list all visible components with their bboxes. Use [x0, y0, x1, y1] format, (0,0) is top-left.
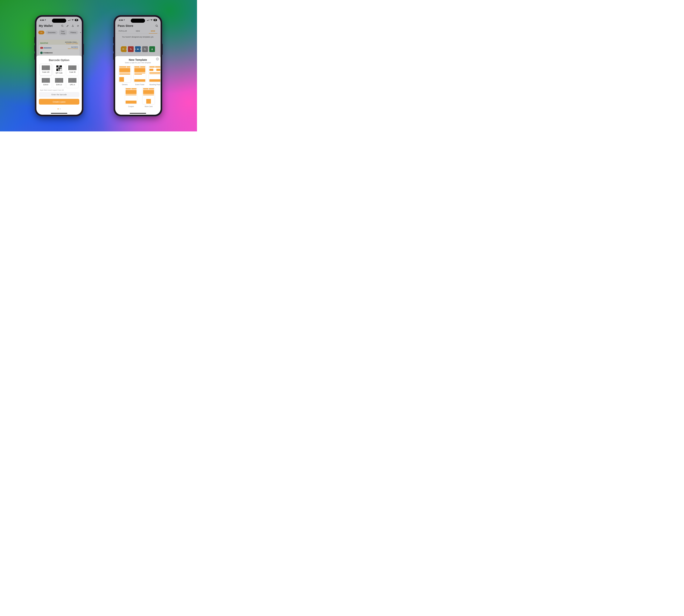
svg-point-0 — [62, 25, 63, 26]
template-label: Store Card — [142, 106, 155, 107]
search-icon[interactable] — [155, 24, 158, 27]
screen: 4:04 99 Pass Store POPULAR NEW MINE You … — [115, 17, 161, 115]
template-label: Generic — [118, 84, 131, 86]
option-ean-8[interactable]: EAN-8 — [40, 76, 52, 88]
template-event-ticket[interactable]: Event Ticket — [134, 66, 146, 86]
card-sub: Scan For Rewards — [68, 48, 78, 49]
footnote: Apple Watch doesn't support Code 128 — [40, 89, 78, 91]
tab-bar: POPULAR NEW MINE — [115, 29, 161, 34]
phone-left: 4:04 99 My Wallet — [35, 15, 84, 116]
template-coupon[interactable]: Coupon — [125, 87, 137, 107]
barcode-icon — [55, 78, 63, 83]
add-filter-icon[interactable]: ＋ — [79, 31, 82, 34]
svg-point-3 — [131, 49, 132, 50]
template-label: Coupon — [125, 106, 137, 107]
svg-point-2 — [130, 48, 131, 49]
search-icon[interactable] — [61, 24, 64, 27]
tab-new[interactable]: NEW — [130, 29, 145, 34]
brand-quickchek: QuickChek — [40, 42, 48, 44]
barcode-icon — [68, 65, 76, 70]
option-upc-a[interactable]: UPC-A — [66, 76, 78, 88]
template-store-card[interactable]: Store Card — [142, 87, 155, 107]
starbucks-logo-icon — [40, 51, 43, 54]
tab-popular[interactable]: POPULAR — [115, 29, 130, 34]
filter-chips: All Groceries Fast Food Fitness ＋ — [37, 29, 82, 35]
option-label: EAN-8 — [43, 84, 48, 86]
close-icon[interactable]: ✕ — [156, 58, 159, 61]
option-code-128[interactable]: Code 128 — [40, 64, 52, 75]
card-name: NATHANIEL PANGA… — [65, 42, 78, 43]
share-icon[interactable] — [71, 24, 74, 27]
template-label: Boarding Pass — [149, 84, 161, 86]
battery-level: 99 — [154, 19, 157, 21]
option-label: EAN-13 — [56, 84, 62, 86]
wifi-icon — [72, 19, 74, 21]
template-generic[interactable]: Generic — [118, 66, 131, 86]
tile-gift[interactable] — [142, 46, 148, 52]
location-arrow-icon — [123, 19, 125, 21]
svg-point-6 — [152, 48, 153, 49]
category-tiles — [115, 46, 161, 52]
dq-logo-icon — [40, 47, 43, 49]
brand-dq: REWARDS — [44, 47, 51, 49]
page-indicator — [39, 108, 79, 109]
card-starbucks[interactable]: STARBUCKS — [39, 49, 79, 56]
option-code-39[interactable]: Code 39 — [66, 64, 78, 75]
edit-icon[interactable] — [66, 24, 69, 27]
tile-boarding[interactable] — [121, 46, 127, 52]
dynamic-island — [52, 19, 66, 23]
option-label: Code 128 — [42, 71, 49, 73]
svg-point-1 — [156, 25, 157, 26]
barcode-input[interactable] — [39, 92, 79, 97]
wifi-icon — [150, 19, 153, 21]
qr-icon — [56, 65, 62, 71]
home-indicator[interactable] — [51, 113, 67, 114]
battery-icon: 99 — [154, 19, 157, 21]
option-label: UPC-A — [70, 84, 75, 86]
status-time: 4:04 — [40, 19, 46, 21]
sheet-title: New Template — [118, 58, 158, 62]
option-qr-code[interactable]: QR Code — [53, 64, 65, 75]
create-pass-button[interactable]: Create a pass — [39, 99, 79, 105]
tab-mine[interactable]: MINE — [145, 29, 161, 34]
template-boarding-pass[interactable]: → Boarding Pass — [149, 66, 161, 86]
barcode-icon — [42, 65, 50, 70]
tile-coupon[interactable] — [128, 46, 134, 52]
chip-all[interactable]: All — [38, 31, 44, 35]
brand-starbucks: STARBUCKS — [43, 52, 52, 54]
sheet-subtitle: Select a style for your new template — [118, 62, 158, 64]
option-label: QR Code — [56, 72, 63, 74]
cellular-signal-icon — [147, 19, 150, 21]
home-indicator[interactable] — [130, 113, 146, 114]
screen: 4:04 99 My Wallet — [37, 17, 82, 115]
chip-groceries[interactable]: Groceries — [46, 31, 58, 35]
phone-right: 4:04 99 Pass Store POPULAR NEW MINE You … — [114, 15, 162, 116]
barcode-option-sheet: Barcode Option Code 128 QR Code Code 39 … — [37, 56, 82, 115]
time-text: 4:04 — [119, 19, 123, 21]
dynamic-island — [131, 19, 145, 23]
battery-icon: 99 — [75, 19, 78, 21]
header: My Wallet — [37, 23, 82, 28]
option-ean-13[interactable]: EAN-13 — [53, 76, 65, 88]
card-name: DQ POINTS — [68, 46, 78, 48]
page-title: My Wallet — [39, 24, 53, 28]
wallet-cards: QuickChek NATHANIEL PANGA…Rewards Card H… — [39, 40, 79, 54]
sort-icon[interactable] — [76, 24, 79, 27]
barcode-icon — [42, 78, 50, 83]
chip-fitness[interactable]: Fitness — [68, 31, 78, 35]
chip-fast-food[interactable]: Fast Food — [59, 29, 67, 35]
page-title: Pass Store — [118, 24, 133, 28]
header: Pass Store — [115, 24, 161, 28]
barcode-icon — [68, 78, 76, 83]
time-text: 4:04 — [40, 19, 44, 21]
tile-membership[interactable] — [149, 46, 155, 52]
cellular-signal-icon — [68, 19, 71, 21]
template-label: Event Ticket — [134, 84, 146, 86]
option-label: Code 39 — [69, 71, 75, 73]
battery-level: 99 — [75, 19, 78, 21]
sheet-title: Barcode Option — [39, 59, 79, 62]
new-template-sheet: ✕ New Template Select a style for your n… — [115, 56, 161, 115]
tile-event[interactable] — [135, 46, 141, 52]
svg-rect-4 — [137, 49, 138, 50]
empty-state-text: You haven't designed any templates yet. — [115, 36, 161, 38]
